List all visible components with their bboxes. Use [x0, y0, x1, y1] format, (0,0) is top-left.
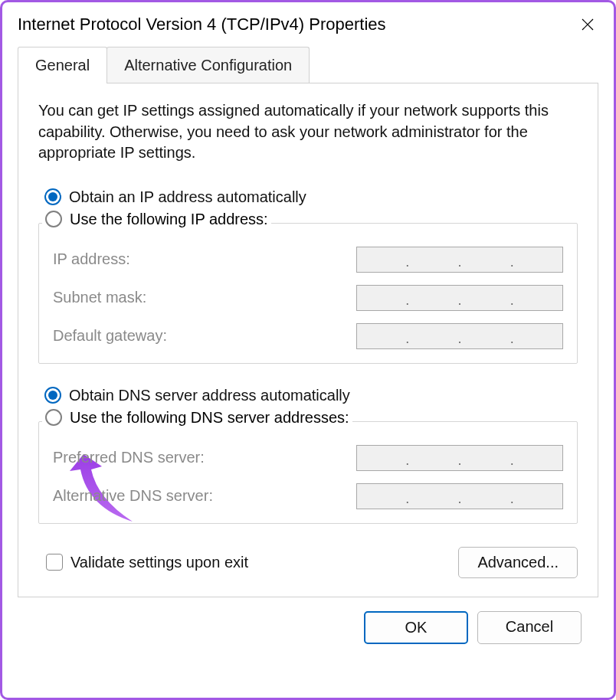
subnet-mask-label: Subnet mask:: [53, 289, 146, 306]
ok-button[interactable]: OK: [364, 611, 468, 644]
radio-icon: [44, 188, 61, 205]
alternative-dns-label: Alternative DNS server:: [53, 487, 213, 505]
radio-ip-auto[interactable]: Obtain an IP address automatically: [38, 188, 578, 206]
titlebar: Internet Protocol Version 4 (TCP/IPv4) P…: [2, 2, 614, 47]
preferred-dns-label: Preferred DNS server:: [53, 449, 205, 466]
close-button[interactable]: [575, 12, 600, 37]
alternative-dns-input[interactable]: ...: [356, 483, 563, 509]
validate-settings-label: Validate settings upon exit: [70, 554, 248, 571]
dns-fieldset: Use the following DNS server addresses: …: [38, 421, 578, 524]
window-title: Internet Protocol Version 4 (TCP/IPv4) P…: [18, 15, 386, 34]
tab-alternative-configuration[interactable]: Alternative Configuration: [106, 47, 310, 83]
ip-fieldset: Use the following IP address: IP address…: [38, 223, 578, 364]
checkbox-icon: [46, 554, 63, 571]
subnet-mask-input[interactable]: ...: [356, 285, 563, 311]
radio-dns-manual[interactable]: Use the following DNS server addresses:: [42, 409, 352, 427]
radio-ip-auto-label: Obtain an IP address automatically: [69, 188, 306, 206]
validate-settings-checkbox[interactable]: Validate settings upon exit: [46, 554, 248, 571]
radio-icon: [45, 211, 62, 227]
tab-general[interactable]: General: [18, 47, 107, 83]
radio-icon: [45, 409, 62, 426]
close-icon: [581, 18, 595, 31]
radio-icon: [44, 387, 61, 404]
tab-panel-general: You can get IP settings assigned automat…: [18, 83, 598, 597]
radio-ip-manual-label: Use the following IP address:: [70, 211, 268, 228]
ip-address-input[interactable]: ...: [356, 247, 563, 273]
preferred-dns-input[interactable]: ...: [356, 445, 563, 471]
radio-dns-manual-label: Use the following DNS server addresses:: [70, 409, 349, 427]
default-gateway-input[interactable]: ...: [356, 323, 563, 349]
radio-dns-auto[interactable]: Obtain DNS server address automatically: [38, 387, 578, 404]
radio-ip-manual[interactable]: Use the following IP address:: [42, 211, 271, 228]
default-gateway-label: Default gateway:: [53, 327, 167, 345]
radio-dns-auto-label: Obtain DNS server address automatically: [69, 387, 350, 404]
advanced-button[interactable]: Advanced...: [458, 547, 578, 578]
ip-address-label: IP address:: [53, 250, 130, 268]
tab-strip: General Alternative Configuration: [18, 47, 598, 83]
cancel-button[interactable]: Cancel: [477, 611, 582, 644]
intro-text: You can get IP settings assigned automat…: [38, 100, 578, 164]
